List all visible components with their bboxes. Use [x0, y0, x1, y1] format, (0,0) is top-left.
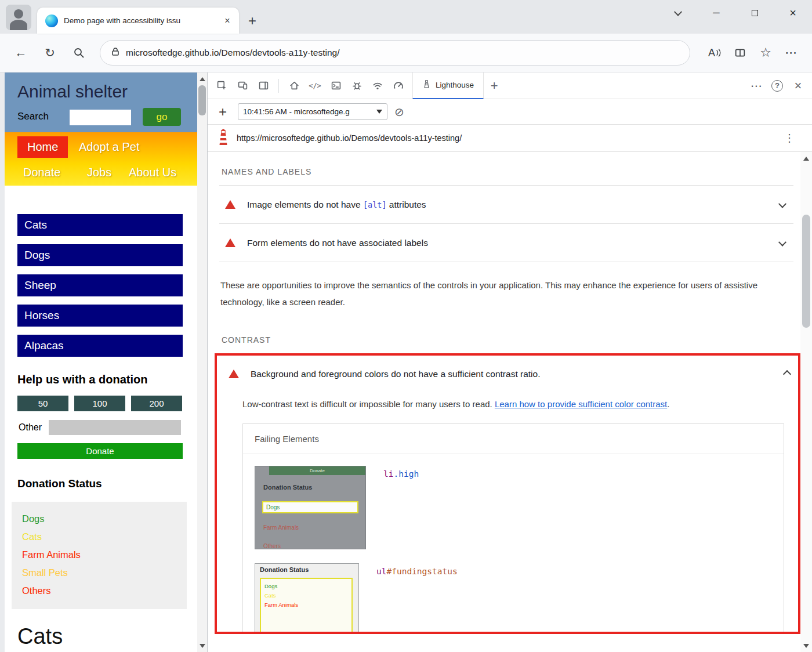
- refresh-icon[interactable]: ↻: [37, 41, 63, 64]
- welcome-home-icon[interactable]: [284, 75, 304, 96]
- devtools-close-icon[interactable]: ×: [788, 75, 809, 96]
- new-report-icon[interactable]: +: [215, 104, 231, 120]
- donate-button[interactable]: Donate: [17, 443, 183, 459]
- lock-icon: [111, 47, 120, 59]
- page-scrollbar[interactable]: [197, 73, 207, 652]
- warning-triangle-icon: [225, 200, 235, 209]
- report-options-icon[interactable]: ⋮: [784, 132, 795, 144]
- shelter-nav: Home Adopt a Pet Donate Jobs About Us: [5, 132, 197, 186]
- animal-shelter-page: Animal shelter Search go Home Adopt a Pe…: [5, 73, 197, 652]
- failing-element-selector: ul#fundingstatus: [376, 567, 458, 576]
- minimize-icon[interactable]: ─: [697, 0, 735, 26]
- chevron-down-icon[interactable]: [778, 200, 786, 208]
- settings-more-icon[interactable]: ⋯: [778, 41, 804, 64]
- search-icon[interactable]: [66, 41, 92, 64]
- page-scrollbar-thumb[interactable]: [198, 85, 206, 115]
- audit-title: Form elements do not have associated lab…: [247, 238, 428, 248]
- tab-lighthouse[interactable]: Lighthouse: [412, 73, 484, 99]
- network-wifi-icon[interactable]: [367, 75, 388, 96]
- audit-image-alt[interactable]: Image elements do not have [alt] attribu…: [219, 185, 793, 223]
- category-horses[interactable]: Horses: [17, 305, 183, 327]
- devtools-scrollbar-thumb[interactable]: [802, 215, 810, 328]
- devtools-more-icon[interactable]: ⋯: [746, 75, 767, 96]
- report-url: https://microsoftedge.github.io/Demos/de…: [237, 133, 777, 143]
- scroll-down-icon[interactable]: [800, 640, 812, 651]
- nav-item-jobs[interactable]: Jobs: [87, 166, 111, 179]
- back-icon[interactable]: ←: [8, 41, 34, 64]
- category-cats[interactable]: Cats: [17, 214, 183, 236]
- favorites-star-icon[interactable]: ☆: [753, 41, 778, 64]
- amount-200-button[interactable]: 200: [131, 396, 182, 411]
- amount-100-button[interactable]: 100: [74, 396, 125, 411]
- search-input[interactable]: [70, 110, 131, 125]
- category-dogs[interactable]: Dogs: [17, 244, 183, 266]
- devtools-panel: </> Lighthouse: [207, 73, 812, 652]
- donation-heading: Help us with a donation: [17, 373, 197, 386]
- performance-gauge-icon[interactable]: [388, 75, 409, 96]
- browser-navbar: ← ↻ microsoftedge.github.io/Demos/devtoo…: [0, 34, 812, 73]
- tab-strip: Demo page with accessibility issu × + ─ …: [0, 0, 812, 34]
- lighthouse-report: NAMES AND LABELS Image elements do not h…: [208, 152, 812, 652]
- dock-panel-icon[interactable]: [253, 75, 274, 96]
- new-tab-button[interactable]: +: [248, 15, 256, 27]
- status-item-small-pets: Small Pets: [22, 564, 187, 582]
- thumb-highlighted-element: Dogs: [262, 501, 358, 513]
- clear-reports-icon[interactable]: ⊘: [394, 105, 404, 119]
- avatar-person-icon: [14, 9, 23, 19]
- device-emulation-icon[interactable]: [232, 75, 253, 96]
- other-amount-input[interactable]: [49, 420, 181, 435]
- failing-element-selector: li.high: [383, 469, 419, 479]
- donation-amounts: 50 100 200: [17, 396, 197, 411]
- inspect-icon[interactable]: [211, 75, 232, 96]
- go-button[interactable]: go: [143, 108, 181, 126]
- nav-item-about[interactable]: About Us: [129, 166, 176, 179]
- category-alpacas[interactable]: Alpacas: [17, 335, 183, 357]
- window-close-icon[interactable]: ×: [774, 0, 812, 26]
- category-sheep[interactable]: Sheep: [17, 274, 183, 296]
- failing-elements-box: Failing Elements Donate Donation Status …: [242, 423, 784, 634]
- nav-item-adopt[interactable]: Adopt a Pet: [79, 140, 140, 154]
- amount-50-button[interactable]: 50: [17, 396, 68, 411]
- cats-section-heading: Cats: [17, 624, 197, 649]
- elements-icon[interactable]: </>: [304, 75, 325, 96]
- nav-item-home[interactable]: Home: [17, 136, 68, 158]
- failing-element-row: Donation Status Dogs Cats Farm Animals u…: [255, 563, 772, 634]
- lighthouse-run-bar: + 10:41:56 AM - microsoftedge.g ⊘: [208, 99, 812, 125]
- scroll-down-icon[interactable]: [197, 640, 207, 651]
- thumb-list-item: Cats: [264, 591, 351, 600]
- element-screenshot-thumbnail: Donate Donation Status Dogs Farm Animals…: [255, 466, 366, 549]
- more-tabs-icon[interactable]: +: [484, 75, 505, 96]
- avatar-person-icon: [10, 20, 27, 30]
- tab-title: Demo page with accessibility issu: [64, 16, 215, 25]
- window-controls: ─ ×: [659, 0, 812, 26]
- devtools-help-icon[interactable]: ?: [767, 75, 788, 96]
- console-icon[interactable]: [325, 75, 346, 96]
- split-screen-icon[interactable]: [727, 41, 753, 64]
- window-menu-chevron-icon[interactable]: [659, 0, 697, 26]
- nav-item-donate[interactable]: Donate: [23, 166, 61, 179]
- other-amount-row: Other: [19, 420, 197, 435]
- profile-avatar[interactable]: [6, 5, 31, 30]
- audit-contrast[interactable]: Background and foreground colors do not …: [217, 356, 798, 393]
- devtools-scrollbar[interactable]: [800, 152, 812, 652]
- chevron-down-icon[interactable]: [778, 238, 786, 246]
- url-text: microsoftedge.github.io/Demos/devtools-a…: [126, 48, 339, 58]
- navbar-right-icons: A ☆ ⋯: [702, 41, 804, 64]
- chevron-up-icon[interactable]: [783, 370, 791, 378]
- tab-close-icon[interactable]: ×: [220, 14, 234, 28]
- audit-form-labels[interactable]: Form elements do not have associated lab…: [219, 223, 793, 262]
- page-column: Animal shelter Search go Home Adopt a Pe…: [0, 73, 207, 652]
- contrast-help-link[interactable]: Learn how to provide sufficient color co…: [495, 399, 667, 409]
- maximize-icon[interactable]: [735, 0, 774, 26]
- shelter-header: Animal shelter Search go: [5, 73, 197, 132]
- scroll-up-icon[interactable]: [800, 153, 812, 164]
- thumb-list-item: Others: [263, 543, 281, 549]
- read-aloud-icon[interactable]: A: [702, 41, 727, 64]
- debugger-bug-icon[interactable]: [346, 75, 367, 96]
- scroll-up-icon[interactable]: [197, 74, 207, 84]
- thumb-list-item: Dogs: [264, 582, 351, 591]
- thumb-donate-bar: Donate: [269, 466, 365, 475]
- report-run-dropdown[interactable]: 10:41:56 AM - microsoftedge.g: [238, 103, 387, 120]
- browser-tab[interactable]: Demo page with accessibility issu ×: [37, 8, 239, 34]
- address-bar[interactable]: microsoftedge.github.io/Demos/devtools-a…: [100, 40, 690, 66]
